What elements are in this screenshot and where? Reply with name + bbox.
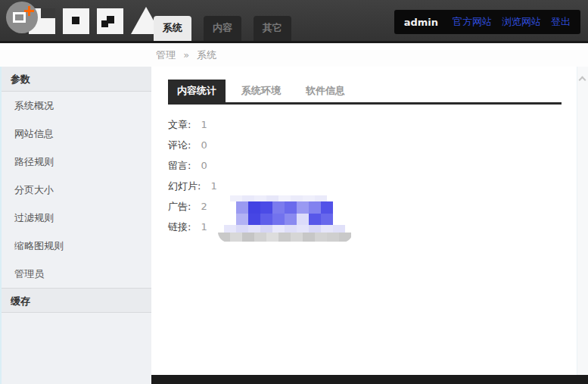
tab-system[interactable]: 系统	[154, 16, 191, 41]
stat-label: 链接:	[168, 221, 191, 233]
breadcrumb-current: 系统	[197, 49, 216, 61]
main-content: 内容统计 系统环境 软件信息 文章: 1 评论: 0 留言: 0 幻灯片: 1 …	[151, 67, 577, 384]
tab-content[interactable]: 内容	[204, 16, 241, 41]
sidebar-item-filter-rules[interactable]: 过滤规则	[2, 204, 151, 232]
sidebar-section-params[interactable]: 参数	[2, 67, 151, 92]
logo-shape-o-icon	[63, 8, 89, 34]
chevron-up-icon[interactable]	[579, 76, 586, 84]
sidebar-item-thumbnail-rules[interactable]: 缩略图规则	[2, 232, 151, 260]
stat-value: 1	[211, 180, 217, 192]
sidebar-item-system-overview[interactable]: 系统概况	[2, 92, 151, 120]
username: admin	[404, 17, 438, 28]
stat-value: 0	[201, 160, 207, 171]
logo-shapes	[29, 7, 161, 34]
stat-row-articles: 文章: 1	[168, 114, 577, 135]
sidebar-item-administrators[interactable]: 管理员	[2, 260, 151, 288]
stat-value: 1	[201, 221, 207, 233]
app-logo[interactable]	[5, 0, 179, 41]
stat-value: 0	[201, 139, 207, 151]
sidebar: 参数 系统概况 网站信息 路径规则 分页大小 过滤规则 缩略图规则 管理员 缓存	[0, 67, 151, 384]
censored-region	[218, 195, 353, 242]
logo-circle-icon	[6, 2, 38, 33]
breadcrumb-separator: »	[183, 49, 189, 61]
stat-value: 1	[201, 119, 207, 130]
scrollbar[interactable]	[577, 67, 588, 384]
tab-other[interactable]: 其它	[254, 16, 291, 41]
user-bar: admin 官方网站 浏览网站 登出	[394, 10, 580, 34]
sidebar-item-path-rules[interactable]: 路径规则	[2, 148, 151, 176]
stat-label: 文章:	[168, 119, 191, 130]
stat-label: 幻灯片:	[168, 180, 201, 192]
stat-row-slides: 幻灯片: 1	[168, 176, 577, 196]
primary-nav: 系统 内容 其它	[154, 16, 303, 41]
sidebar-item-site-info[interactable]: 网站信息	[2, 120, 151, 148]
plus-icon	[24, 6, 34, 16]
stat-label: 广告:	[168, 201, 191, 212]
bottom-bar	[151, 375, 588, 384]
stat-value: 2	[201, 201, 207, 212]
stat-label: 评论:	[168, 139, 191, 151]
top-header: 系统 内容 其它 admin 官方网站 浏览网站 登出	[0, 0, 588, 43]
official-site-link[interactable]: 官方网站	[453, 15, 492, 29]
breadcrumb-admin-link[interactable]: 管理	[156, 49, 176, 61]
breadcrumb: 管理 » 系统	[0, 43, 588, 67]
page-body: 参数 系统概况 网站信息 路径规则 分页大小 过滤规则 缩略图规则 管理员 缓存…	[0, 67, 588, 384]
stat-row-comments: 评论: 0	[168, 135, 577, 155]
logout-link[interactable]: 登出	[551, 15, 571, 29]
browse-site-link[interactable]: 浏览网站	[502, 15, 541, 29]
tab-system-env[interactable]: 系统环境	[232, 80, 290, 102]
content-tabs: 内容统计 系统环境 软件信息	[168, 80, 562, 105]
sidebar-section-cache[interactable]: 缓存	[2, 288, 151, 313]
sidebar-item-page-size[interactable]: 分页大小	[2, 176, 151, 204]
stat-label: 留言:	[168, 160, 191, 171]
tab-software-info[interactable]: 软件信息	[297, 80, 354, 102]
tab-content-stats[interactable]: 内容统计	[168, 80, 226, 102]
stat-row-messages: 留言: 0	[168, 155, 577, 176]
logo-shape-g-icon	[97, 8, 123, 34]
